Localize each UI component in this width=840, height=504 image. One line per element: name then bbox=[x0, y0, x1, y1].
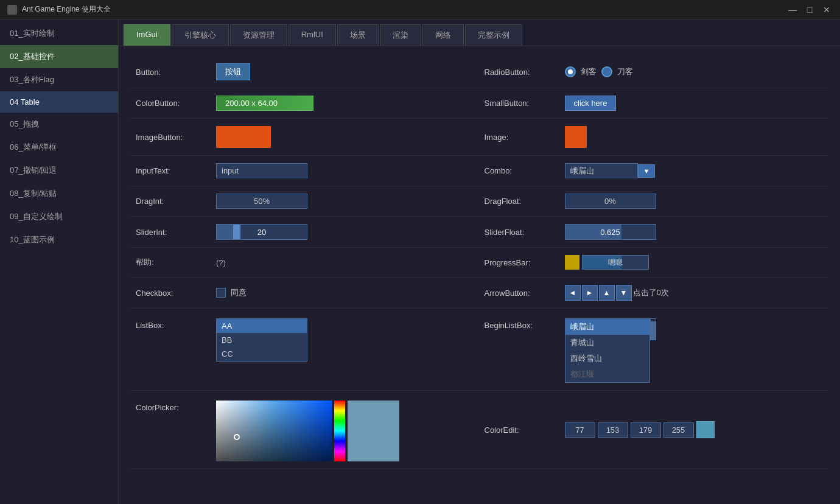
listbox-label: ListBox: bbox=[136, 321, 209, 330]
app-title: Ant Game Engine 使用大全 bbox=[22, 4, 111, 15]
begin-listbox-row: BeginListBox: 峨眉山 青城山 西岭雪山 都江堰 bbox=[480, 309, 828, 391]
begin-listbox-item-1[interactable]: 青城山 bbox=[565, 335, 649, 351]
progress-label: 嗯嗯 bbox=[583, 256, 648, 269]
sidebar-item-menu[interactable]: 06_菜单/弹框 bbox=[0, 136, 118, 159]
progress-bar-row: ProgressBar: 嗯嗯 bbox=[480, 248, 828, 278]
combo-box: ▼ bbox=[565, 163, 656, 178]
color-gradient[interactable] bbox=[216, 401, 332, 461]
radio-btn-1[interactable] bbox=[565, 66, 576, 77]
radio-label-2: 刀客 bbox=[617, 66, 633, 77]
color-edit-r[interactable] bbox=[565, 422, 595, 438]
begin-listbox-item-2[interactable]: 西岭雪山 bbox=[565, 351, 649, 366]
slider-int-value: 20 bbox=[217, 228, 307, 237]
image-button-row: ImageButton: bbox=[131, 119, 480, 156]
listbox-item-2[interactable]: CC bbox=[217, 347, 307, 361]
tab-resource[interactable]: 资源管理 bbox=[230, 24, 287, 46]
slider-float[interactable]: 0.625 bbox=[565, 224, 656, 240]
slider-int[interactable]: 20 bbox=[216, 224, 307, 240]
sidebar: 01_实时绘制 02_基础控件 03_各种Flag 04 Table 05_拖拽… bbox=[0, 19, 119, 504]
begin-listbox-label: BeginListBox: bbox=[485, 321, 558, 330]
color-gradient-selector[interactable] bbox=[234, 434, 240, 440]
close-button[interactable]: ✕ bbox=[821, 5, 833, 15]
input-text-field[interactable] bbox=[216, 163, 307, 178]
progress-bar: 嗯嗯 bbox=[582, 255, 649, 270]
maximize-button[interactable]: □ bbox=[803, 5, 816, 15]
help-row: 帮助: (?) bbox=[131, 248, 480, 278]
color-edit-g[interactable] bbox=[598, 422, 628, 438]
listbox-item-1[interactable]: BB bbox=[217, 333, 307, 347]
tab-network[interactable]: 网络 bbox=[422, 24, 464, 46]
help-label: 帮助: bbox=[136, 257, 209, 268]
progress-bar-container: 嗯嗯 bbox=[565, 255, 649, 270]
combo-label: Combo: bbox=[485, 166, 558, 175]
help-text: (?) bbox=[216, 258, 226, 267]
listbox-scrollbar[interactable] bbox=[650, 318, 656, 340]
checkbox-group: 同意 bbox=[216, 287, 247, 298]
combo-input[interactable] bbox=[565, 163, 638, 178]
sidebar-item-realtime-draw[interactable]: 01_实时绘制 bbox=[0, 22, 118, 45]
color-button-row: ColorButton: 200.00 x 64.00 bbox=[131, 88, 480, 119]
main-container: 01_实时绘制 02_基础控件 03_各种Flag 04 Table 05_拖拽… bbox=[0, 19, 840, 504]
small-button-btn[interactable]: click here bbox=[565, 96, 617, 111]
color-spectrum[interactable] bbox=[334, 401, 345, 461]
tab-engine-core[interactable]: 引擎核心 bbox=[172, 24, 229, 46]
sidebar-item-copy[interactable]: 08_复制/粘贴 bbox=[0, 182, 118, 205]
listbox[interactable]: AA BB CC bbox=[216, 318, 307, 362]
color-edit-a[interactable] bbox=[663, 422, 694, 438]
color-preview bbox=[348, 401, 399, 461]
arrow-button-label: ArrowButton: bbox=[485, 289, 558, 298]
slider-int-thumb bbox=[233, 225, 240, 239]
sidebar-item-flags[interactable]: 03_各种Flag bbox=[0, 68, 118, 91]
controls-grid: Button: 按钮 RadioButton: 剑客 刀客 ColorButto… bbox=[131, 56, 828, 469]
tab-bar: ImGui 引擎核心 资源管理 RmlUI 场景 渲染 网络 完整示例 bbox=[119, 19, 840, 46]
sidebar-item-drag[interactable]: 05_拖拽 bbox=[0, 113, 118, 136]
arrow-button-row: ArrowButton: ◄ ► ▲ ▼ 点击了0次 bbox=[480, 278, 828, 309]
arrow-right-button[interactable]: ► bbox=[582, 285, 598, 301]
arrow-up-button[interactable]: ▲ bbox=[599, 285, 615, 301]
combo-dropdown-button[interactable]: ▼ bbox=[638, 164, 656, 178]
progress-bar-label: ProgressBar: bbox=[485, 258, 558, 267]
tab-scene[interactable]: 场景 bbox=[337, 24, 379, 46]
tab-complete-example[interactable]: 完整示例 bbox=[465, 24, 522, 46]
scrollbar-thumb bbox=[651, 321, 656, 340]
arrow-down-button[interactable]: ▼ bbox=[616, 285, 632, 301]
color-gradient-overlay bbox=[216, 401, 332, 461]
slider-float-row: SliderFloat: 0.625 bbox=[480, 217, 828, 248]
image-row: Image: bbox=[480, 119, 828, 156]
slider-float-label: SliderFloat: bbox=[485, 228, 558, 237]
tab-imgui[interactable]: ImGui bbox=[124, 24, 170, 46]
image-display bbox=[565, 126, 587, 148]
color-edit-row: ColorEdit: bbox=[480, 391, 828, 469]
checkbox-text: 同意 bbox=[231, 287, 247, 298]
sidebar-item-table[interactable]: 04 Table bbox=[0, 91, 118, 113]
listbox-item-0[interactable]: AA bbox=[217, 319, 307, 333]
color-button-display[interactable]: 200.00 x 64.00 bbox=[216, 96, 313, 111]
minimize-button[interactable]: — bbox=[786, 5, 799, 15]
content-area: ImGui 引擎核心 资源管理 RmlUI 场景 渲染 网络 完整示例 bbox=[119, 19, 840, 504]
drag-float-field[interactable]: 0% bbox=[565, 194, 656, 209]
begin-listbox[interactable]: 峨眉山 青城山 西岭雪山 都江堰 bbox=[565, 318, 650, 383]
arrow-left-button[interactable]: ◄ bbox=[565, 285, 581, 301]
drag-int-field[interactable]: 50% bbox=[216, 194, 307, 209]
radio-btn-2[interactable] bbox=[601, 66, 612, 77]
checkbox-input[interactable] bbox=[216, 288, 226, 298]
begin-listbox-item-3[interactable]: 都江堰 bbox=[565, 366, 649, 382]
sidebar-item-blueprint[interactable]: 10_蓝图示例 bbox=[0, 228, 118, 251]
tab-rmlui[interactable]: RmlUI bbox=[289, 24, 336, 46]
sidebar-item-undo[interactable]: 07_撤销/回退 bbox=[0, 159, 118, 182]
begin-listbox-item-0[interactable]: 峨眉山 bbox=[565, 319, 649, 335]
slider-int-label: SliderInt: bbox=[136, 228, 209, 237]
begin-listbox-container: 峨眉山 青城山 西岭雪山 都江堰 bbox=[565, 318, 656, 383]
image-button-label: ImageButton: bbox=[136, 133, 209, 142]
sidebar-item-custom-draw[interactable]: 09_自定义绘制 bbox=[0, 205, 118, 228]
sidebar-item-basic-controls[interactable]: 02_基础控件 bbox=[0, 45, 118, 68]
image-button[interactable] bbox=[216, 126, 271, 148]
slider-int-row: SliderInt: 20 bbox=[131, 217, 480, 248]
color-edit-swatch[interactable] bbox=[696, 421, 715, 438]
color-picker-area bbox=[216, 401, 399, 461]
radio-button-label: RadioButton: bbox=[485, 68, 558, 77]
button-btn[interactable]: 按钮 bbox=[216, 63, 250, 80]
listbox-row: ListBox: AA BB CC bbox=[131, 309, 480, 391]
tab-render[interactable]: 渲染 bbox=[380, 24, 421, 46]
color-edit-b[interactable] bbox=[631, 422, 661, 438]
